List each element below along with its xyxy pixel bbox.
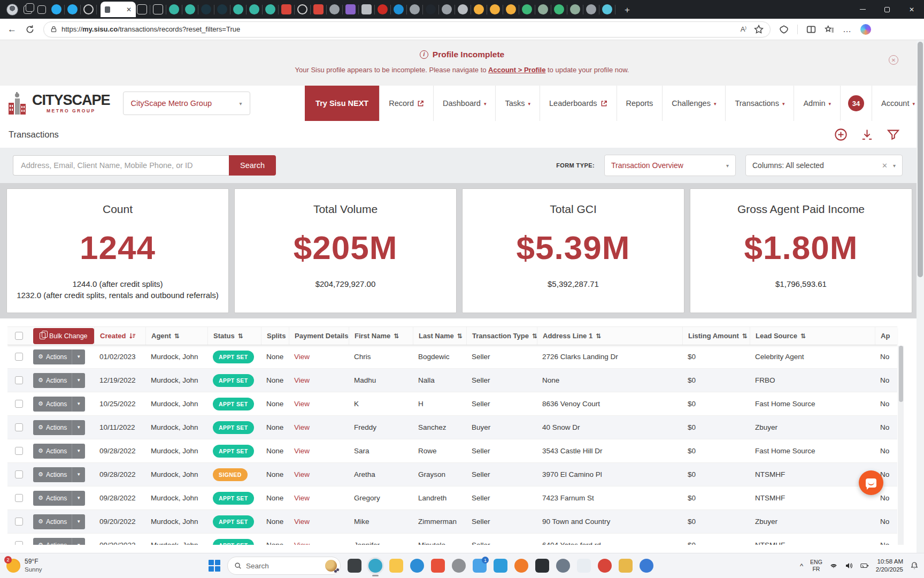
favorites-bar-icon[interactable] [825,25,834,34]
form-type-select[interactable]: Transaction Overview ▾ [604,155,736,176]
column-header-status[interactable]: Status⇅ [207,327,261,345]
row-actions-button[interactable]: ⚙Actions ▼ [33,420,85,435]
row-checkbox[interactable] [15,376,23,384]
row-checkbox[interactable] [15,541,23,545]
nav-item-transactions[interactable]: Transactions▾ [725,86,794,121]
wifi-icon[interactable] [829,561,838,570]
active-tab[interactable]: ✕ [101,2,136,17]
sisu-tab-icon[interactable] [265,4,275,14]
nav-item-tasks[interactable]: Tasks▾ [495,86,540,121]
row-checkbox[interactable] [15,494,23,502]
battery-icon[interactable] [860,561,869,570]
column-header-transaction-type[interactable]: Transaction Type⇅ [466,327,537,345]
telegram-tab-icon[interactable] [67,4,78,14]
settings-app-icon[interactable] [452,559,466,573]
atom-tab-icon[interactable] [602,4,612,14]
edge-app-icon[interactable] [368,559,382,573]
page-scrollbar[interactable] [917,40,924,553]
search-tab-icon[interactable] [329,4,340,14]
column-header-last-name[interactable]: Last Name⇅ [413,327,466,345]
banner-close-icon[interactable]: ✕ [889,55,898,65]
nav-item-try-sisu-next[interactable]: Try Sisu NEXT [305,86,379,121]
sisu-tab-icon[interactable] [169,4,179,14]
refresh-icon[interactable] [25,25,35,34]
clock[interactable]: 10:58 AM2/20/2025 [876,558,903,574]
column-header-created[interactable]: Created [94,327,145,345]
honey-tab-icon[interactable] [490,4,500,14]
sisu-dark-tab-icon[interactable] [201,4,211,14]
slides-tab-icon[interactable] [361,4,372,14]
sisu-tab-icon[interactable] [249,4,259,14]
search-tab-icon[interactable] [458,4,468,14]
profile-avatar-icon[interactable] [6,4,18,16]
minimize-button[interactable] [850,0,875,19]
leaf-gray-tab-icon[interactable] [570,4,580,14]
nav-item-leaderboards[interactable]: Leaderboards [540,86,617,121]
row-actions-button[interactable]: ⚙Actions ▼ [33,349,85,364]
search-input[interactable] [13,155,229,176]
photos-app-icon[interactable]: 1 [473,559,487,573]
settings-menu-icon[interactable]: … [843,25,852,34]
chat-launcher-button[interactable] [859,470,883,495]
account-profile-link[interactable]: Account > Profile [488,66,545,74]
row-checkbox[interactable] [15,353,23,361]
payment-view-link[interactable]: View [294,353,310,361]
brand-logo[interactable]: CITYSCAPE METRO GROUP [0,86,116,121]
record-tab-icon[interactable] [426,4,436,14]
globe-tab-icon[interactable] [442,4,452,14]
pomodoro-app-icon[interactable] [598,559,612,573]
tab-stack-icon[interactable] [24,5,32,14]
opera-app-icon[interactable] [431,559,445,573]
nav-item-record[interactable]: Record [379,86,433,121]
filter-icon[interactable] [886,127,900,142]
bulk-change-button[interactable]: Bulk Change [33,328,94,344]
honey-tab-icon[interactable] [474,4,484,14]
split-screen-icon[interactable] [806,25,816,34]
gray-tab-icon[interactable] [586,4,596,14]
row-checkbox[interactable] [15,447,23,455]
honey-tab-icon[interactable] [506,4,516,14]
tray-expand-icon[interactable]: ^ [800,562,803,570]
row-actions-button[interactable]: ⚙Actions ▼ [33,514,85,529]
taskbar-search[interactable]: Search [227,557,341,575]
row-actions-button[interactable]: ⚙Actions ▼ [33,373,85,388]
clipboard-tab-icon[interactable] [137,4,147,14]
notification-count-badge[interactable]: 34 [840,86,872,121]
nav-item-admin[interactable]: Admin▾ [794,86,840,121]
read-aloud-icon[interactable]: A) [741,25,746,33]
leaf-tab-icon[interactable] [554,4,564,14]
row-actions-button[interactable]: ⚙Actions ▼ [33,397,85,412]
payment-view-link[interactable]: View [294,400,310,408]
maximize-button[interactable] [875,0,899,19]
monitor-app-icon[interactable] [348,559,361,573]
row-actions-button[interactable]: ⚙Actions ▼ [33,467,85,482]
leaf-gray-tab-icon[interactable] [538,4,548,14]
firefox-app-icon[interactable] [514,559,528,573]
row-checkbox[interactable] [15,423,23,431]
nav-item-reports[interactable]: Reports [617,86,663,121]
obs-app-icon[interactable] [556,559,570,573]
column-header-lead-source[interactable]: Lead Source⇅ [750,327,875,345]
nav-item-challenges[interactable]: Challenges▾ [662,86,725,121]
team-selector[interactable]: CityScape Metro Group ▾ [123,92,250,115]
photos-tab-icon[interactable] [345,4,356,14]
clear-columns-icon[interactable]: ✕ [882,162,888,170]
row-actions-button[interactable]: ⚙Actions ▼ [33,444,85,459]
language-switcher[interactable]: ENGFR [810,559,822,572]
sisu-tab-icon[interactable] [185,4,195,14]
columns-select[interactable]: Columns: All selected ✕ ▾ [745,155,903,176]
payment-view-link[interactable]: View [294,470,310,478]
blue-app-icon[interactable] [640,559,653,573]
leaf-tab-icon[interactable] [522,4,532,14]
row-actions-button[interactable]: ⚙Actions ▼ [33,538,85,545]
payment-view-link[interactable]: View [294,376,310,384]
cloud-tab-icon[interactable] [394,4,404,14]
new-tab-button[interactable]: + [625,5,630,16]
volume-icon[interactable] [845,561,853,570]
telegram-tab-icon[interactable] [51,4,61,14]
globe-tab-icon[interactable] [83,4,94,14]
file-explorer-app-icon[interactable] [389,559,403,573]
youtube-tab-icon[interactable] [378,4,388,14]
row-checkbox[interactable] [15,470,23,478]
start-button[interactable] [209,560,220,572]
